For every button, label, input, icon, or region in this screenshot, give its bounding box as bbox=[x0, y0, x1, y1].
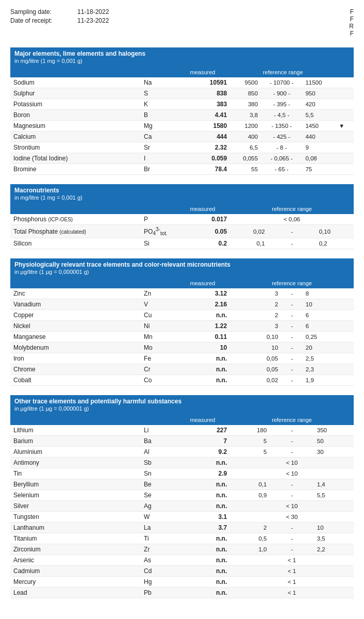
row-measured: 10591 bbox=[175, 77, 230, 88]
row-measured: n.n. bbox=[175, 566, 230, 577]
row-ref-low: 0,1 bbox=[230, 238, 266, 249]
other-symbol-col bbox=[141, 415, 175, 425]
row-ref-low: 6,5 bbox=[230, 142, 259, 153]
table-row: BerylliumBen.n.0,1-1,4 bbox=[10, 479, 354, 490]
row-measured: n.n. bbox=[175, 364, 230, 375]
row-ref-sep: - 10700 - bbox=[259, 77, 304, 88]
row-ref-low bbox=[230, 588, 268, 598]
row-name: Chrome bbox=[10, 364, 141, 375]
trace-elements-title: Physiologically relevant trace elements … bbox=[14, 261, 230, 268]
table-row: StrontiumSr2.326,5- 8 -9 bbox=[10, 142, 354, 153]
row-measured: 383 bbox=[175, 99, 230, 110]
major-ref-header: reference range bbox=[230, 67, 336, 77]
row-ref-sep: - bbox=[279, 364, 305, 375]
row-symbol: Ag bbox=[141, 501, 175, 512]
macronutrients-header: Macronutrients in mg/litre (1 mg = 0,001… bbox=[10, 184, 354, 204]
row-ref-sep: - bbox=[279, 321, 305, 332]
row-note bbox=[336, 110, 354, 121]
row-ref-sep: - bbox=[268, 533, 316, 544]
row-symbol: Sr bbox=[141, 142, 175, 153]
row-name: Sulphur bbox=[10, 88, 141, 99]
other-measured-header: measured bbox=[175, 415, 230, 425]
table-row: TungstenW3.1< 30 bbox=[10, 512, 354, 523]
row-symbol: Ti bbox=[141, 533, 175, 544]
row-measured: n.n. bbox=[175, 353, 230, 364]
table-row: Total Phosphate (calculated)PO43-tot.0.0… bbox=[10, 225, 354, 238]
right-info: F F R F bbox=[349, 8, 354, 37]
macronutrients-subtitle: in mg/litre (1 mg = 0,001 g) bbox=[14, 194, 82, 201]
row-ref-low: 0,5 bbox=[230, 533, 268, 544]
row-symbol: Fe bbox=[141, 353, 175, 364]
row-ref-sep: - 65 - bbox=[259, 164, 304, 175]
row-name: Silver bbox=[10, 501, 141, 512]
row-name: Silicon bbox=[10, 238, 141, 249]
major-elements-table: measured reference range SodiumNa1059195… bbox=[10, 67, 354, 175]
table-row: SeleniumSen.n.0,9-5,5 bbox=[10, 490, 354, 501]
row-symbol: P bbox=[141, 214, 175, 225]
row-ref-high: 1450 bbox=[304, 121, 336, 132]
row-symbol: Si bbox=[141, 238, 175, 249]
row-ref-high: 0,25 bbox=[305, 332, 354, 343]
row-ref-low: 0,10 bbox=[230, 332, 279, 343]
major-symbol-col bbox=[141, 67, 175, 77]
row-symbol: La bbox=[141, 523, 175, 533]
row-ref-low bbox=[230, 512, 268, 523]
row-ref-low: 0,02 bbox=[230, 225, 266, 238]
trace-elements-section: Physiologically relevant trace elements … bbox=[10, 258, 354, 386]
row-ref-sep: - 395 - bbox=[259, 99, 304, 110]
table-row: SulphurS838850- 900 -950 bbox=[10, 88, 354, 99]
row-ref-low bbox=[230, 458, 268, 468]
row-measured: 838 bbox=[175, 88, 230, 99]
row-ref-high: 6 bbox=[305, 321, 354, 332]
row-name: Nickel bbox=[10, 321, 141, 332]
row-ref-sep: - bbox=[279, 332, 305, 343]
trace-name-col bbox=[10, 278, 141, 288]
row-ref-low: 2 bbox=[230, 299, 279, 310]
macronutrients-body: Phosphorus (ICP-OES)P0.017< 0,06Total Ph… bbox=[10, 214, 354, 249]
row-ref-low: 180 bbox=[230, 425, 268, 436]
row-ref-sep: < 1 bbox=[268, 588, 316, 598]
page: Sampling date: 11-18-2022 Date of receip… bbox=[10, 8, 354, 598]
row-ref-low bbox=[230, 214, 266, 225]
row-name: Bromine bbox=[10, 164, 141, 175]
row-name: Molybdenum bbox=[10, 343, 141, 353]
row-symbol: Be bbox=[141, 479, 175, 490]
row-symbol: Cd bbox=[141, 566, 175, 577]
row-symbol: As bbox=[141, 555, 175, 566]
table-row: CopperCun.n.2-6 bbox=[10, 310, 354, 321]
row-ref-high: 0,08 bbox=[304, 153, 336, 164]
other-trace-body: LithiumLi227180-350BariumBa75-50Aluminiu… bbox=[10, 425, 354, 598]
row-note bbox=[336, 164, 354, 175]
row-ref-high: 420 bbox=[304, 99, 336, 110]
row-name: Lanthanum bbox=[10, 523, 141, 533]
row-name: Calcium bbox=[10, 132, 141, 142]
row-ref-high bbox=[316, 577, 354, 588]
other-ref-header: reference range bbox=[230, 415, 354, 425]
row-name: Aluminium bbox=[10, 447, 141, 458]
trace-elements-table: measured reference range ZincZn3.123-8Va… bbox=[10, 278, 354, 386]
right-line-1: F bbox=[349, 8, 354, 15]
major-name-col bbox=[10, 67, 141, 77]
row-symbol: W bbox=[141, 512, 175, 523]
row-measured: 444 bbox=[175, 132, 230, 142]
other-trace-table: measured reference range LithiumLi227180… bbox=[10, 415, 354, 598]
row-measured: n.n. bbox=[175, 588, 230, 598]
row-measured: n.n. bbox=[175, 501, 230, 512]
row-ref-sep: < 1 bbox=[268, 577, 316, 588]
row-note bbox=[336, 132, 354, 142]
receipt-date-label: Date of receipt: bbox=[10, 17, 77, 24]
table-row: NickelNi1.223-6 bbox=[10, 321, 354, 332]
row-symbol: Co bbox=[141, 375, 175, 386]
macro-ref-header: reference range bbox=[230, 204, 354, 214]
row-measured: 0.2 bbox=[175, 238, 230, 249]
row-note bbox=[336, 77, 354, 88]
major-elements-body: SodiumNa105919500- 10700 -11500SulphurS8… bbox=[10, 77, 354, 175]
row-name: Mercury bbox=[10, 577, 141, 588]
row-name: Lead bbox=[10, 588, 141, 598]
row-measured: 3.7 bbox=[175, 523, 230, 533]
major-elements-title: Major elements, lime elements and haloge… bbox=[14, 50, 145, 57]
table-row: BromineBr78.455- 65 -75 bbox=[10, 164, 354, 175]
table-row: Phosphorus (ICP-OES)P0.017< 0,06 bbox=[10, 214, 354, 225]
row-ref-low: 10 bbox=[230, 343, 279, 353]
row-symbol: K bbox=[141, 99, 175, 110]
